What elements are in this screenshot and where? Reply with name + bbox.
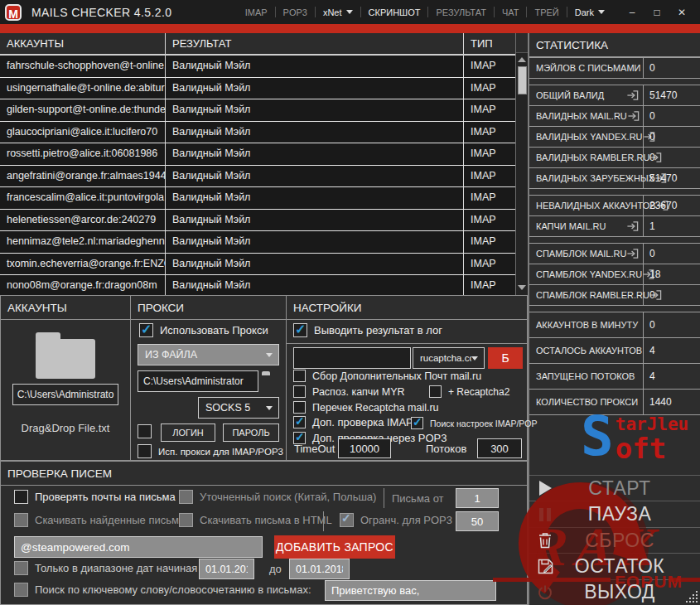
cell-account: angefratini@orange.fr:almaes1944 bbox=[0, 166, 166, 187]
captcha-service-select[interactable]: rucaptcha.co bbox=[413, 347, 485, 369]
add-query-button[interactable]: ДОБАВИТЬ ЗАПРОС bbox=[274, 535, 395, 559]
export-icon[interactable] bbox=[626, 90, 639, 101]
recaptcha2-checkbox[interactable] bbox=[429, 385, 442, 398]
letters-from-input[interactable] bbox=[456, 488, 499, 508]
col-header-result[interactable]: РЕЗУЛЬТАТ bbox=[166, 33, 464, 54]
col-header-type[interactable]: ТИП bbox=[464, 33, 515, 54]
table-row[interactable]: txomin.echeverria@orange.fr:ENZO2 Валидн… bbox=[0, 254, 515, 276]
stat-row: СПАМБЛОК RAMBLER.RU 0 bbox=[529, 284, 700, 305]
table-row[interactable]: nono08m@orange.fr:dragon08m Валидный Мэй… bbox=[0, 275, 515, 295]
proxy-auth-checkbox[interactable] bbox=[138, 424, 152, 438]
cell-result: Валидный Мэйл bbox=[166, 275, 464, 295]
reset-button[interactable]: СБРОС bbox=[529, 527, 700, 553]
close-button[interactable]: ✕ bbox=[670, 2, 693, 23]
cell-account: francescalim@alice.it:puntovirgola bbox=[0, 187, 166, 209]
export-icon[interactable] bbox=[627, 110, 640, 122]
col-header-accounts[interactable]: АККАУНТЫ bbox=[0, 33, 166, 54]
cell-account: gilden-support@t-online.de:thunder bbox=[0, 99, 166, 121]
log-output-checkbox[interactable] bbox=[293, 323, 307, 337]
proxy-source-select[interactable]: ИЗ ФАЙЛА bbox=[138, 344, 279, 365]
chevron-down-icon bbox=[471, 356, 478, 361]
cell-type: IMAP bbox=[464, 122, 515, 143]
date-to-input[interactable] bbox=[289, 559, 350, 579]
keyword-search-checkbox[interactable] bbox=[14, 583, 28, 597]
proxy-for-imap-label: Исп. прокси для IMAP/POP3 bbox=[158, 447, 283, 457]
date-range-checkbox[interactable] bbox=[14, 561, 28, 575]
threads-input[interactable] bbox=[477, 438, 522, 458]
download-mail-checkbox[interactable] bbox=[14, 513, 28, 527]
table-scrollbar[interactable] bbox=[515, 33, 528, 295]
pop3-limit-input[interactable] bbox=[456, 511, 499, 531]
maximize-button[interactable]: □ bbox=[645, 2, 669, 23]
refined-search-checkbox[interactable] bbox=[179, 490, 193, 504]
menu-result[interactable]: РЕЗУЛЬТАТ bbox=[428, 7, 493, 17]
export-icon[interactable] bbox=[626, 220, 639, 232]
menu-tray[interactable]: ТРЕЙ bbox=[527, 7, 566, 17]
settings-panel-title: НАСТРОЙКИ bbox=[287, 296, 527, 320]
table-row[interactable]: hennimaz@tele2.nl:mariadeghennim Валидны… bbox=[0, 231, 515, 254]
cell-type: IMAP bbox=[464, 254, 515, 275]
folder-icon[interactable] bbox=[36, 339, 95, 379]
cell-type: IMAP bbox=[464, 99, 515, 121]
scroll-thumb[interactable] bbox=[518, 66, 527, 94]
use-proxy-checkbox[interactable] bbox=[139, 323, 153, 337]
table-row[interactable]: angefratini@orange.fr:almaes1944 Валидны… bbox=[0, 166, 515, 188]
menu-imap[interactable]: IMAP bbox=[238, 7, 275, 17]
pause-button[interactable]: ПАУЗА bbox=[529, 501, 700, 526]
imap-settings-search-checkbox[interactable] bbox=[411, 417, 423, 429]
titlebar: M MAILS CHECKER 4.5.2.0 IMAP POP3 xNet С… bbox=[0, 0, 700, 24]
menu-pop3[interactable]: POP3 bbox=[276, 7, 315, 17]
recheck-recaptcha-checkbox[interactable] bbox=[293, 401, 306, 414]
timeout-label: TimeOut bbox=[294, 443, 335, 455]
proxy-type-select[interactable]: SOCKS 5 bbox=[198, 397, 279, 419]
minimize-button[interactable]: – bbox=[620, 2, 644, 23]
login-button[interactable]: ЛОГИН bbox=[161, 424, 215, 442]
chevron-down-icon bbox=[346, 10, 353, 14]
keyword-input[interactable] bbox=[325, 580, 496, 601]
cell-account: glaucocipriani@alice.it:lucifero70 bbox=[0, 122, 166, 143]
imap-check-checkbox[interactable] bbox=[293, 416, 306, 428]
query-input[interactable] bbox=[14, 536, 263, 558]
remainder-button[interactable]: ОСТАТОК bbox=[529, 553, 700, 578]
captcha-recognize-checkbox[interactable] bbox=[293, 385, 306, 398]
menu-chat[interactable]: ЧАТ bbox=[495, 7, 527, 17]
threads-label: Потоков bbox=[426, 443, 466, 455]
balance-button[interactable]: Б bbox=[488, 347, 523, 369]
pop3-limit-checkbox[interactable] bbox=[340, 513, 354, 527]
download-html-checkbox[interactable] bbox=[179, 513, 193, 527]
accounts-file-path[interactable]: C:\Users\Administrato bbox=[12, 384, 118, 405]
stat-row: ЗАПУЩЕНО ПОТОКОВ 4 bbox=[529, 363, 700, 389]
cell-account: hennimaz@tele2.nl:mariadeghennim bbox=[0, 231, 166, 253]
dragdrop-hint: Drag&Drop File.txt bbox=[1, 422, 130, 434]
proxy-for-imap-checkbox[interactable] bbox=[138, 444, 152, 458]
menu-theme[interactable]: Dark bbox=[567, 7, 612, 17]
date-from-input[interactable] bbox=[199, 559, 254, 579]
cell-result: Валидный Мэйл bbox=[166, 187, 464, 209]
scroll-up-icon[interactable] bbox=[518, 57, 526, 62]
menu-screenshot[interactable]: СКРИНШОТ bbox=[361, 7, 428, 17]
stat-row: АККАУНТОВ В МИНУТУ 0 bbox=[529, 312, 700, 337]
password-button[interactable]: ПАРОЛЬ bbox=[223, 424, 279, 442]
resize-grip[interactable] bbox=[686, 591, 698, 603]
collect-extra-mail-checkbox[interactable] bbox=[293, 370, 306, 382]
table-row[interactable]: helenetiessen@arcor.de:240279 Валидный М… bbox=[0, 210, 515, 232]
start-button[interactable]: СТАРТ bbox=[529, 475, 700, 501]
table-row[interactable]: francescalim@alice.it:puntovirgola Валид… bbox=[0, 187, 515, 210]
menu-xnet[interactable]: xNet bbox=[316, 7, 360, 17]
table-row[interactable]: usingernathalie@t-online.de:abitur Валид… bbox=[0, 78, 515, 100]
scroll-down-icon[interactable] bbox=[518, 285, 526, 290]
exit-button[interactable]: ВЫХОД bbox=[529, 579, 700, 605]
cell-result: Валидный Мэйл bbox=[166, 122, 464, 143]
table-row[interactable]: gilden-support@t-online.de:thunder Валид… bbox=[0, 99, 515, 122]
captcha-key-input[interactable] bbox=[293, 347, 411, 369]
brand-s: S bbox=[581, 413, 614, 462]
table-row[interactable]: fahrschule-schopphoven@t-online.d Валидн… bbox=[0, 56, 515, 78]
cell-type: IMAP bbox=[464, 187, 515, 209]
export-icon[interactable] bbox=[626, 248, 639, 259]
check-mail-checkbox[interactable] bbox=[14, 490, 28, 504]
table-row[interactable]: glaucocipriani@alice.it:lucifero70 Валид… bbox=[0, 122, 515, 144]
table-row[interactable]: rossetti.pietro@alice.it:06081986 Валидн… bbox=[0, 143, 515, 166]
timeout-input[interactable] bbox=[338, 438, 391, 458]
use-proxy-label: Использовать Прокси bbox=[160, 324, 268, 336]
proxy-path-input[interactable] bbox=[138, 370, 258, 392]
